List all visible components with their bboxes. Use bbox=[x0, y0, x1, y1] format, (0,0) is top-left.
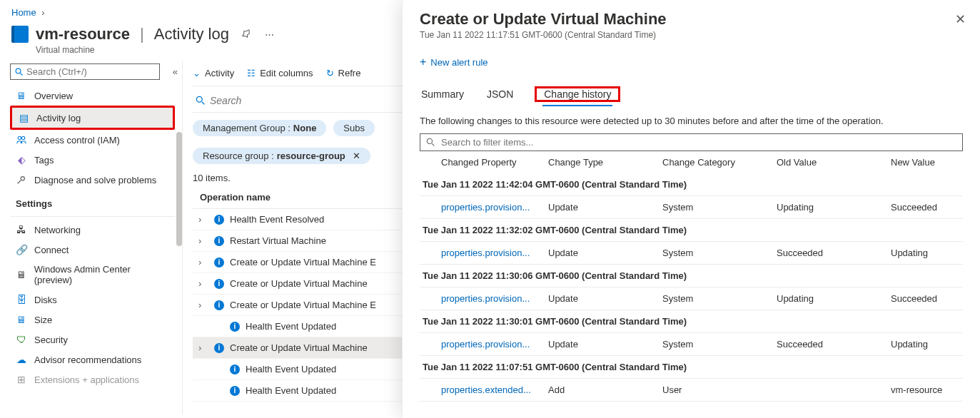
nav-tags[interactable]: ⬖ Tags bbox=[10, 150, 175, 170]
more-icon[interactable]: ⋯ bbox=[265, 29, 274, 40]
svg-point-0 bbox=[16, 68, 21, 73]
change-category-value: System bbox=[662, 202, 777, 213]
nav-section-settings: Settings bbox=[10, 190, 175, 213]
operation-label: Health Event Updated bbox=[246, 321, 336, 332]
nav-size[interactable]: 🖥 Size bbox=[10, 310, 175, 330]
col-change-type[interactable]: Change Type bbox=[548, 157, 662, 168]
tab-change-history-highlight: Change history bbox=[535, 86, 620, 102]
chevron-right-icon[interactable]: › bbox=[198, 257, 208, 267]
tab-json[interactable]: JSON bbox=[485, 83, 515, 106]
new-value: vm-resource bbox=[891, 384, 960, 395]
panel-subtitle: Tue Jan 11 2022 11:17:51 GMT-0600 (Centr… bbox=[420, 30, 963, 40]
log-icon: ▤ bbox=[18, 112, 29, 123]
old-value: Succeeded bbox=[777, 248, 891, 258]
nav-wac[interactable]: 🖥 Windows Admin Center (preview) bbox=[10, 260, 175, 290]
chevron-right-icon[interactable]: › bbox=[198, 278, 208, 289]
change-row[interactable]: properties.provision...UpdateSystemSucce… bbox=[420, 242, 963, 265]
collapse-sidebar-icon[interactable]: « bbox=[173, 66, 178, 77]
resource-name: vm-resource bbox=[36, 25, 130, 44]
nav-disks[interactable]: 🗄 Disks bbox=[10, 290, 175, 310]
timestamp-group-header[interactable]: Tue Jan 11 2022 11:42:04 GMT-0600 (Centr… bbox=[420, 173, 963, 196]
nav-label: Size bbox=[34, 315, 52, 325]
toolbar-activity[interactable]: ⌄ Activity bbox=[193, 68, 234, 78]
tab-change-history[interactable]: Change history bbox=[542, 83, 612, 106]
old-value: Succeeded bbox=[777, 339, 891, 350]
change-row[interactable]: properties.provision...UpdateSystemUpdat… bbox=[420, 287, 963, 310]
new-alert-label: New alert rule bbox=[430, 57, 488, 68]
breadcrumb-home[interactable]: Home bbox=[11, 7, 36, 18]
timestamp-group-header[interactable]: Tue Jan 11 2022 11:30:06 GMT-0600 (Centr… bbox=[420, 265, 963, 287]
change-row[interactable]: properties.extended...AddUservm-resource bbox=[420, 379, 963, 402]
changed-property-link[interactable]: properties.provision... bbox=[441, 248, 548, 258]
refresh-icon: ↻ bbox=[326, 68, 334, 78]
nav-networking[interactable]: 🖧 Networking bbox=[10, 220, 175, 240]
timestamp-group-header[interactable]: Tue Jan 11 2022 11:30:01 GMT-0600 (Centr… bbox=[420, 310, 963, 333]
nav-diagnose[interactable]: Diagnose and solve problems bbox=[10, 170, 175, 190]
filter-subscription[interactable]: Subs bbox=[333, 120, 375, 136]
svg-line-7 bbox=[202, 102, 205, 105]
connect-icon: 🔗 bbox=[16, 244, 27, 255]
toolbar-edit-columns[interactable]: ☷ Edit columns bbox=[247, 68, 313, 78]
change-row[interactable]: properties.provision...UpdateSystemUpdat… bbox=[420, 196, 963, 219]
col-new-value[interactable]: New Value bbox=[891, 157, 960, 168]
operation-label: Create or Update Virtual Machine E bbox=[230, 300, 376, 310]
toolbar-refresh[interactable]: ↻ Refre bbox=[326, 68, 361, 78]
changed-property-link[interactable]: properties.provision... bbox=[441, 202, 548, 213]
changed-property-link[interactable]: properties.provision... bbox=[441, 339, 548, 350]
col-change-category[interactable]: Change Category bbox=[662, 157, 777, 168]
old-value bbox=[777, 384, 891, 395]
chevron-right-icon[interactable]: › bbox=[198, 300, 208, 310]
change-type-value: Update bbox=[548, 202, 662, 213]
change-category-value: System bbox=[662, 248, 777, 258]
sidebar-search[interactable] bbox=[10, 63, 160, 80]
info-icon: i bbox=[214, 258, 224, 267]
old-value: Updating bbox=[777, 202, 891, 213]
nav-overview[interactable]: 🖥 Overview bbox=[10, 86, 175, 106]
disks-icon: 🗄 bbox=[16, 294, 27, 305]
svg-point-2 bbox=[18, 136, 21, 139]
nav-advisor[interactable]: ☁ Advisor recommendations bbox=[10, 350, 175, 369]
nav-iam[interactable]: Access control (IAM) bbox=[10, 130, 175, 150]
plus-icon: + bbox=[420, 56, 426, 68]
nav-activity-log[interactable]: ▤ Activity log bbox=[10, 106, 175, 130]
vm-icon bbox=[11, 26, 29, 43]
toolbar-label: Activity bbox=[205, 68, 234, 78]
change-category-value: User bbox=[662, 384, 777, 395]
panel-filter-input[interactable] bbox=[441, 137, 956, 148]
overview-icon: 🖥 bbox=[16, 90, 27, 101]
operation-label: Health Event Resolved bbox=[230, 214, 324, 225]
new-alert-rule-button[interactable]: + New alert rule bbox=[420, 56, 488, 68]
changed-property-link[interactable]: properties.extended... bbox=[441, 384, 548, 395]
chevron-right-icon: › bbox=[41, 7, 44, 18]
timestamp-group-header[interactable]: Tue Jan 11 2022 11:07:51 GMT-0600 (Centr… bbox=[420, 356, 963, 379]
change-type-value: Update bbox=[548, 293, 662, 304]
filter-mgmt-group[interactable]: Management Group : None bbox=[193, 120, 326, 136]
panel-tabs: Summary JSON Change history bbox=[420, 83, 963, 106]
nav-security[interactable]: 🛡 Security bbox=[10, 330, 175, 350]
nav-label: Windows Admin Center (preview) bbox=[34, 264, 169, 285]
col-changed-property[interactable]: Changed Property bbox=[441, 157, 548, 168]
pin-icon[interactable] bbox=[242, 29, 252, 39]
remove-filter-icon[interactable]: ✕ bbox=[353, 151, 360, 161]
sidebar-search-input[interactable] bbox=[26, 66, 155, 77]
nav-label: Tags bbox=[34, 155, 54, 165]
filter-resource-group[interactable]: Resource group : resource-group ✕ bbox=[193, 148, 370, 164]
chevron-right-icon[interactable]: › bbox=[198, 342, 208, 353]
change-table-header: Changed Property Change Type Change Cate… bbox=[420, 151, 963, 173]
chevron-right-icon[interactable]: › bbox=[198, 235, 208, 246]
chevron-right-icon[interactable]: › bbox=[198, 214, 208, 225]
changed-property-link[interactable]: properties.provision... bbox=[441, 293, 548, 304]
change-row[interactable]: properties.provision...UpdateSystemSucce… bbox=[420, 333, 963, 356]
col-old-value[interactable]: Old Value bbox=[777, 157, 891, 168]
tab-summary[interactable]: Summary bbox=[420, 83, 465, 106]
nav-connect[interactable]: 🔗 Connect bbox=[10, 240, 175, 260]
timestamp-group-header[interactable]: Tue Jan 11 2022 11:32:02 GMT-0600 (Centr… bbox=[420, 219, 963, 242]
close-panel-icon[interactable]: ✕ bbox=[955, 11, 966, 27]
svg-line-1 bbox=[21, 73, 23, 75]
panel-filter[interactable] bbox=[420, 133, 963, 151]
title-divider: | bbox=[140, 25, 144, 44]
nav-extensions[interactable]: ⊞ Extensions + applications bbox=[10, 369, 175, 389]
change-category-value: System bbox=[662, 339, 777, 350]
change-type-value: Update bbox=[548, 339, 662, 350]
sidebar-scrollbar[interactable] bbox=[176, 132, 182, 246]
